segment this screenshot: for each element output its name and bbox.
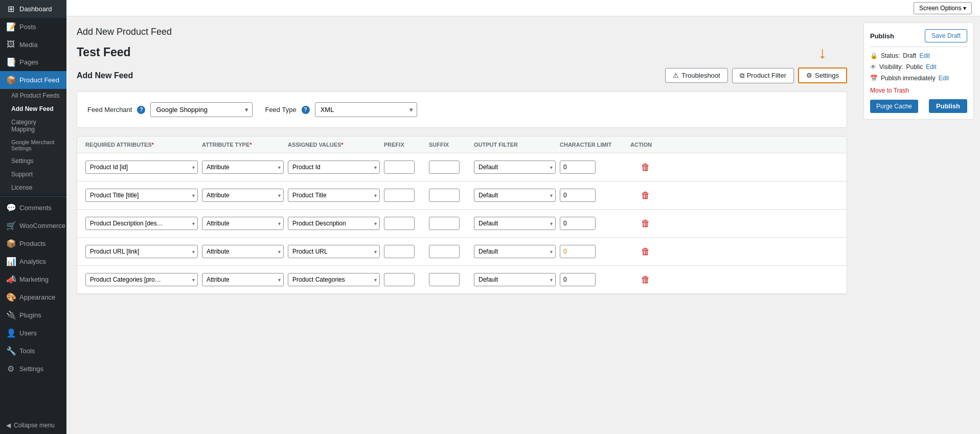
row3-output-filter[interactable]: Default <box>474 217 556 230</box>
row5-output-filter[interactable]: Default <box>474 273 556 286</box>
sidebar-item-settings[interactable]: Settings <box>0 154 66 168</box>
row1-char-limit-input[interactable] <box>560 161 596 174</box>
publish-button[interactable]: Publish <box>929 99 967 113</box>
row2-suffix-input[interactable] <box>429 189 460 202</box>
row5-assigned-value[interactable]: Product Categories <box>288 273 380 286</box>
sidebar-label-dashboard: Dashboard <box>19 5 52 13</box>
sidebar-item-analytics[interactable]: 📊 Analytics <box>0 253 66 270</box>
row3-delete-button[interactable]: 🗑 <box>630 218 661 229</box>
status-row: 🔒 Status: Draft Edit <box>870 52 967 59</box>
move-trash-link[interactable]: Move to Trash <box>870 87 967 94</box>
row4-output-filter-select: Default ▾ <box>474 245 556 258</box>
row4-assigned-value[interactable]: Product URL <box>288 245 380 258</box>
row3-char-limit-input[interactable] <box>560 217 596 230</box>
row4-delete-button[interactable]: 🗑 <box>630 246 661 257</box>
sidebar-item-marketing[interactable]: 📣 Marketing <box>0 270 66 288</box>
row2-assigned-value[interactable]: Product Title <box>288 189 380 202</box>
row4-char-limit-input[interactable] <box>560 245 596 258</box>
visibility-edit-link[interactable]: Edit <box>926 63 937 71</box>
table-row: Product Categories [pro… ▾ Attribute ▾ <box>77 266 847 294</box>
sidebar-item-users[interactable]: 👤 Users <box>0 324 66 342</box>
row4-output-filter[interactable]: Default <box>474 245 556 258</box>
sidebar-item-plugins[interactable]: 🔌 Plugins <box>0 306 66 324</box>
row5-suffix-input[interactable] <box>429 273 460 286</box>
sidebar-item-woocommerce[interactable]: 🛒 WooCommerce <box>0 217 66 235</box>
dashboard-icon: ⊞ <box>6 4 15 14</box>
collapse-menu-label: Collapse menu <box>14 422 55 429</box>
merchant-help-icon[interactable]: ? <box>137 106 145 114</box>
sidebar-item-all-product-feeds[interactable]: All Product Feeds <box>0 89 66 102</box>
row5-attr-type[interactable]: Attribute <box>202 273 284 286</box>
row1-prefix-input[interactable] <box>384 161 415 174</box>
product-filter-button[interactable]: ⧉ Product Filter <box>732 68 794 83</box>
sidebar-item-appearance[interactable]: 🎨 Appearance <box>0 288 66 306</box>
page-content: Add New Product Feed Test Feed Add New F… <box>66 16 857 434</box>
row5-required-attr[interactable]: Product Categories [pro… <box>85 273 198 286</box>
sidebar-item-products[interactable]: 📦 Products <box>0 235 66 253</box>
sidebar-label-product-feed: Product Feed <box>19 76 59 84</box>
row2-output-filter[interactable]: Default <box>474 189 556 202</box>
settings-button-wrap: ↓ ⚙ Settings <box>798 67 847 83</box>
row2-delete-button[interactable]: 🗑 <box>630 190 661 201</box>
row1-output-filter-select: Default ▾ <box>474 161 556 174</box>
add-new-feed-label: Add New Feed <box>11 105 54 112</box>
row4-attr-type[interactable]: Attribute <box>202 245 284 258</box>
feed-type-select[interactable]: XML <box>315 102 417 117</box>
row3-prefix-input[interactable] <box>384 217 415 230</box>
row1-assigned-value[interactable]: Product Id <box>288 161 380 174</box>
collapse-menu-button[interactable]: ◀ Collapse menu <box>0 417 66 434</box>
row5-delete-button[interactable]: 🗑 <box>630 275 661 285</box>
merchant-field-label: Feed Merchant <box>87 106 132 113</box>
merchant-select[interactable]: Google Shopping <box>150 102 253 117</box>
woocommerce-icon: 🛒 <box>6 221 15 231</box>
row4-prefix-input[interactable] <box>384 245 415 258</box>
row1-delete-button[interactable]: 🗑 <box>630 162 661 173</box>
row3-attr-type[interactable]: Attribute <box>202 217 284 230</box>
sidebar-item-google-merchant-settings[interactable]: Google Merchant Settings <box>0 136 66 154</box>
row1-output-filter[interactable]: Default <box>474 161 556 174</box>
row5-assigned-value-select: Product Categories ▾ <box>288 273 380 286</box>
sidebar-item-media[interactable]: 🖼 Media <box>0 36 66 53</box>
sidebar-item-product-feed[interactable]: 📦 Product Feed <box>0 71 66 89</box>
row3-suffix-input[interactable] <box>429 217 460 230</box>
row2-required-attr[interactable]: Product Title [title] <box>85 189 198 202</box>
row4-required-attr[interactable]: Product URL [link] <box>85 245 198 258</box>
feed-type-help-icon[interactable]: ? <box>302 106 310 114</box>
sidebar-item-support[interactable]: Support <box>0 168 66 181</box>
all-product-feeds-label: All Product Feeds <box>11 92 60 99</box>
settings-button[interactable]: ⚙ Settings <box>798 67 847 83</box>
sidebar-item-comments[interactable]: 💬 Comments <box>0 199 66 217</box>
troubleshoot-button[interactable]: ⚠ Troubleshoot <box>665 68 727 83</box>
settings-icon: ⚙ <box>806 72 812 79</box>
save-draft-button[interactable]: Save Draft <box>925 29 967 42</box>
purge-cache-button[interactable]: Purge Cache <box>870 100 918 113</box>
sidebar-item-add-new-feed[interactable]: Add New Feed <box>0 102 66 116</box>
sidebar-item-tools[interactable]: 🔧 Tools <box>0 342 66 360</box>
row2-attr-type[interactable]: Attribute <box>202 189 284 202</box>
row3-required-attr[interactable]: Product Description [des… <box>85 217 198 230</box>
row5-char-limit-input[interactable] <box>560 273 596 286</box>
sidebar-item-posts[interactable]: 📝 Posts <box>0 18 66 36</box>
row2-char-limit-input[interactable] <box>560 189 596 202</box>
sidebar-item-dashboard[interactable]: ⊞ Dashboard <box>0 0 66 18</box>
row3-assigned-value[interactable]: Product Description <box>288 217 380 230</box>
table-row-4: Product URL [link] ▾ Attribute ▾ <box>77 238 847 265</box>
table-row-3: Product Description [des… ▾ Attribute ▾ <box>77 210 847 237</box>
feed-type-select-wrap: XML ▾ <box>315 102 417 117</box>
sidebar-item-settings-main[interactable]: ⚙ Settings <box>0 360 66 378</box>
row1-attr-type[interactable]: Attribute <box>202 161 284 174</box>
screen-options-button[interactable]: Screen Options ▾ <box>914 2 972 14</box>
sidebar-label-plugins: Plugins <box>19 311 41 319</box>
status-edit-link[interactable]: Edit <box>919 52 930 59</box>
sidebar-item-pages[interactable]: 📑 Pages <box>0 53 66 71</box>
posts-icon: 📝 <box>6 22 15 32</box>
license-label: License <box>11 184 32 191</box>
sidebar-item-license[interactable]: License <box>0 181 66 194</box>
publish-edit-link[interactable]: Edit <box>939 75 949 82</box>
row1-suffix-input[interactable] <box>429 161 460 174</box>
row2-prefix-input[interactable] <box>384 189 415 202</box>
row1-required-attr[interactable]: Product Id [id] <box>85 161 198 174</box>
row5-prefix-input[interactable] <box>384 273 415 286</box>
sidebar-item-category-mapping[interactable]: Category Mapping <box>0 116 66 136</box>
row4-suffix-input[interactable] <box>429 245 460 258</box>
